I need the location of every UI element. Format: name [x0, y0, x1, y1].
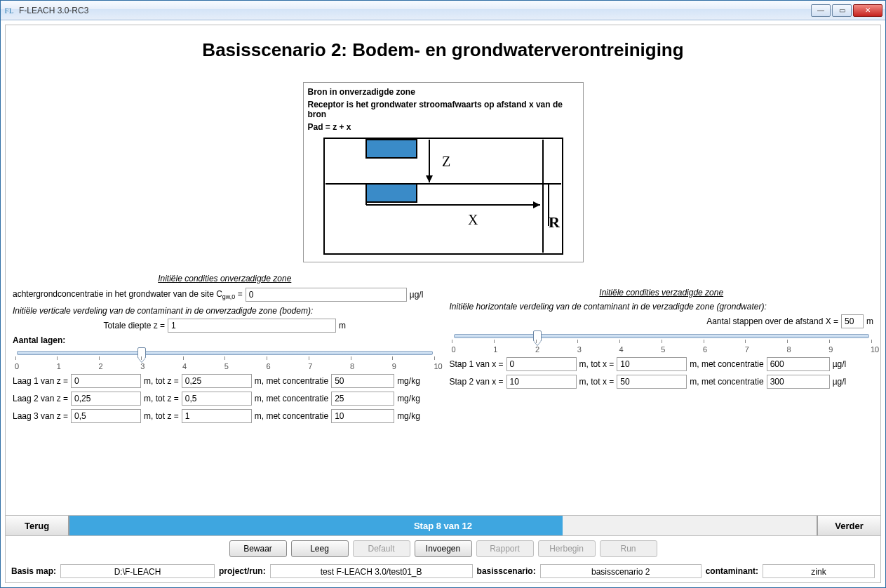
page-title: Basisscenario 2: Bodem- en grondwaterver… [13, 39, 873, 61]
layer-mid: m, tot z = [144, 394, 179, 403]
bg-conc-label: achtergrondconcentratie in het grondwate… [13, 289, 243, 300]
layer-to-input[interactable] [182, 374, 252, 388]
status-scenario-value: basisscenario 2 [540, 564, 702, 578]
slider-tick: 5 [661, 345, 662, 354]
layer-pre: Laag 3 van z = [13, 411, 68, 421]
layer-from-input[interactable] [71, 392, 141, 406]
step-unit: µg/l [833, 359, 847, 369]
step-to-input[interactable] [617, 357, 687, 371]
slider-tick: 7 [308, 362, 309, 370]
slider-left-thumb[interactable] [137, 347, 146, 359]
step-row: Stap 2 van x =m, tot x =m, met concentra… [450, 375, 874, 389]
titlebar: FL F-LEACH 3.0-RC3 — ▭ ✕ [1, 1, 885, 20]
slider-tick: 8 [787, 345, 788, 354]
progress-bar: Stap 8 van 12 [69, 516, 817, 535]
slider-tick: 6 [267, 362, 267, 370]
slider-tick: 9 [828, 345, 829, 354]
slider-tick: 0 [15, 362, 15, 370]
svg-rect-2 [366, 184, 417, 202]
vert-dist-label: Initiële verticale verdeling van de cont… [13, 306, 437, 316]
step-to-input[interactable] [617, 375, 687, 389]
content-area: Basisscenario 2: Bodem- en grondwaterver… [6, 25, 880, 515]
diagram-caption-2: Receptor is het grondwater stroomafwaart… [308, 100, 579, 119]
close-button[interactable]: ✕ [853, 4, 882, 17]
layer-from-input[interactable] [71, 374, 141, 388]
status-bar: Basis map: D:\F-LEACH project/run: test … [6, 561, 880, 582]
step-rows: Stap 1 van x =m, tot x =m, met concentra… [450, 357, 874, 389]
layer-conc-label: m, met concentratie [255, 411, 328, 421]
minimize-button[interactable]: — [811, 4, 831, 17]
slider-tick: 1 [57, 362, 58, 370]
layer-to-input[interactable] [182, 409, 252, 423]
slider-tick: 10 [434, 362, 435, 370]
step-mid: m, tot x = [579, 377, 615, 387]
slider-tick: 6 [703, 345, 704, 354]
slider-left-ticks: 012345678910 [15, 362, 435, 370]
leeg-button[interactable]: Leeg [291, 540, 349, 557]
layer-row: Laag 2 van z =m, tot z =m, met concentra… [13, 392, 437, 406]
diagram-label-z: Z [442, 154, 450, 169]
left-column: Initiële condities onverzadigde zone ach… [13, 271, 437, 427]
slider-tick: 3 [577, 345, 578, 354]
slider-tick: 4 [619, 345, 620, 354]
layer-unit: mg/kg [397, 411, 420, 421]
slider-tick: 4 [182, 362, 183, 370]
step-conc-input[interactable] [767, 357, 830, 371]
right-column: Initiële condities verzadigde zone Initi… [450, 271, 874, 427]
slider-right-thumb[interactable] [533, 330, 542, 342]
slider-tick: 7 [745, 345, 746, 354]
invoegen-button[interactable]: Invoegen [415, 540, 472, 557]
step-from-input[interactable] [506, 375, 577, 389]
step-conc-input[interactable] [767, 375, 830, 389]
slider-tick: 9 [392, 362, 393, 370]
progress-text: Stap 8 van 12 [69, 521, 817, 531]
rapport-button: Rapport [476, 540, 534, 557]
step-pre: Stap 1 van x = [450, 359, 504, 369]
bg-conc-input[interactable] [246, 288, 407, 302]
steps-input[interactable] [841, 314, 864, 328]
diagram-label-x: X [468, 212, 478, 227]
left-header: Initiële condities onverzadigde zone [13, 274, 437, 283]
diagram-svg: Z X R [317, 135, 570, 258]
layer-mid: m, tot z = [144, 376, 179, 386]
status-contaminant-value: zink [763, 564, 875, 578]
layer-pre: Laag 2 van z = [13, 394, 68, 403]
slider-left[interactable]: 012345678910 [13, 351, 437, 370]
slider-tick: 2 [99, 362, 100, 370]
bg-conc-row: achtergrondconcentratie in het grondwate… [13, 288, 437, 302]
slider-tick: 0 [452, 345, 452, 354]
step-from-input[interactable] [506, 357, 577, 371]
status-basis-map-label: Basis map: [11, 566, 56, 576]
depth-input[interactable] [168, 319, 336, 333]
slider-tick: 8 [350, 362, 351, 370]
layer-conc-label: m, met concentratie [255, 376, 328, 386]
bg-conc-unit: µg/l [410, 290, 424, 300]
step-pre: Stap 2 van x = [450, 377, 504, 387]
maximize-button[interactable]: ▭ [832, 4, 852, 17]
steps-row: Aantal stappen over de afstand X = m [450, 314, 874, 328]
slider-right[interactable]: 012345678910 [450, 334, 874, 354]
layer-pre: Laag 1 van z = [13, 376, 68, 386]
depth-unit: m [339, 321, 346, 330]
layer-from-input[interactable] [71, 409, 141, 423]
bewaar-button[interactable]: Bewaar [229, 540, 287, 557]
back-button[interactable]: Terug [6, 516, 69, 535]
layer-conc-input[interactable] [331, 409, 394, 423]
columns: Initiële condities onverzadigde zone ach… [13, 271, 873, 427]
step-conc-label: m, met concentratie [690, 359, 763, 369]
status-project-value: test F-LEACH 3.0/test01_B [270, 564, 473, 578]
window-title: F-LEACH 3.0-RC3 [19, 6, 811, 15]
slider-tick: 10 [871, 345, 871, 354]
right-header: Initiële condities verzadigde zone [450, 288, 874, 298]
app-window: FL F-LEACH 3.0-RC3 — ▭ ✕ Basisscenario 2… [0, 0, 886, 588]
layer-unit: mg/kg [397, 376, 420, 386]
forward-button[interactable]: Verder [817, 516, 880, 535]
slider-tick: 3 [140, 362, 141, 370]
layer-to-input[interactable] [182, 392, 252, 406]
nav-bar: Terug Stap 8 van 12 Verder [6, 515, 880, 536]
layer-conc-input[interactable] [331, 374, 394, 388]
layer-unit: mg/kg [397, 394, 420, 403]
step-mid: m, tot x = [579, 359, 615, 369]
layer-conc-input[interactable] [331, 392, 394, 406]
svg-rect-1 [366, 140, 417, 158]
